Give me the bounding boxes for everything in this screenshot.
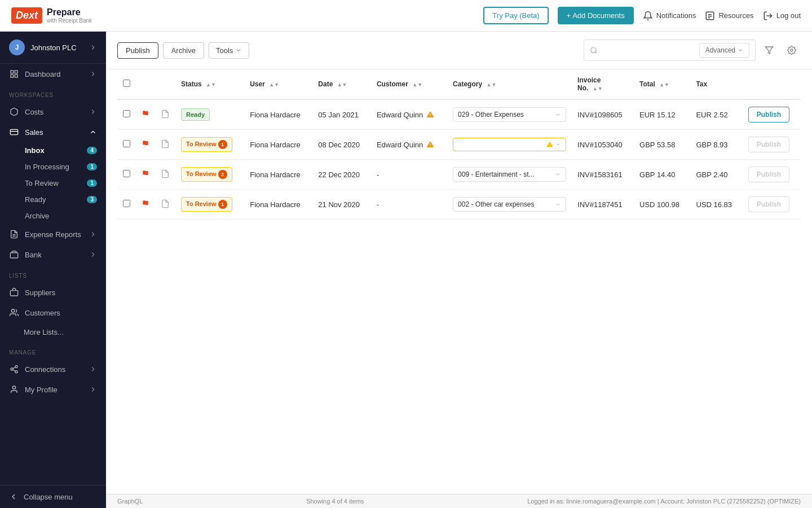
table-header: Status ▲▼ User ▲▼ Date ▲▼ Customer ▲▼ Ca… xyxy=(117,69,801,99)
receipt-icon[interactable] xyxy=(161,199,170,208)
sidebar-sub-inbox[interactable]: Inbox 4 xyxy=(25,142,106,159)
flag-icon[interactable] xyxy=(142,200,149,208)
sidebar-item-my-profile[interactable]: My Profile xyxy=(0,379,106,400)
invoice-sort[interactable]: ▲▼ xyxy=(593,86,603,91)
collapse-icon xyxy=(9,492,18,501)
logout-button[interactable]: Log out xyxy=(763,11,801,21)
svg-line-19 xyxy=(13,370,16,371)
settings-button[interactable] xyxy=(783,41,801,59)
total-sort[interactable]: ▲▼ xyxy=(659,82,669,87)
row-checkbox[interactable] xyxy=(123,200,130,207)
sidebar-item-customers[interactable]: Customers xyxy=(0,303,106,323)
category-value: 029 - Other Expenses xyxy=(458,111,524,119)
sidebar-sub-ready[interactable]: Ready 3 xyxy=(25,191,106,208)
row-tax-cell: USD 16.83 xyxy=(690,190,742,220)
prepare-text: Prepare with Receipt Bank xyxy=(47,7,92,24)
try-pay-button[interactable]: Try Pay (Beta) xyxy=(483,7,548,24)
svg-line-23 xyxy=(595,52,597,54)
category-sort[interactable]: ▲▼ xyxy=(486,82,496,87)
status-badge: Ready xyxy=(181,108,210,121)
row-flag-cell xyxy=(136,99,155,130)
search-input[interactable] xyxy=(601,46,696,55)
row-checkbox[interactable] xyxy=(123,140,130,147)
sidebar-sub-in-processing[interactable]: In Processing 1 xyxy=(25,159,106,175)
status-badge: To Review1 xyxy=(181,197,232,212)
archive-label: Archive xyxy=(25,212,97,220)
tools-toolbar-button[interactable]: Tools xyxy=(209,42,249,59)
collapse-menu-button[interactable]: Collapse menu xyxy=(0,485,106,508)
flag-icon[interactable] xyxy=(142,170,149,178)
flag-icon[interactable] xyxy=(142,110,149,118)
img-header xyxy=(155,69,175,99)
publish-button-disabled: Publish xyxy=(748,137,789,152)
svg-rect-6 xyxy=(15,71,17,73)
inbox-badge: 4 xyxy=(87,147,97,154)
add-documents-button[interactable]: + Add Documents xyxy=(558,7,634,24)
date-sort[interactable]: ▲▼ xyxy=(337,82,347,87)
svg-rect-8 xyxy=(15,75,17,77)
sidebar-item-expense-reports[interactable]: Expense Reports xyxy=(0,224,106,244)
category-select[interactable] xyxy=(453,138,566,151)
chevron-right-icon xyxy=(89,43,97,51)
row-date-cell: 08 Dec 2020 xyxy=(312,130,371,160)
svg-rect-14 xyxy=(10,291,17,296)
suppliers-icon xyxy=(9,287,19,297)
category-select[interactable]: 029 - Other Expenses xyxy=(453,107,566,122)
category-value: 009 - Entertainment - st... xyxy=(458,170,534,178)
customer-warn-icon xyxy=(426,141,434,148)
svg-point-15 xyxy=(11,309,14,312)
category-chevron-icon xyxy=(555,202,561,207)
sidebar-item-bank[interactable]: Bank xyxy=(0,244,106,265)
sidebar-item-dashboard[interactable]: Dashboard xyxy=(0,64,106,84)
filter-button[interactable] xyxy=(760,41,778,59)
receipt-icon[interactable] xyxy=(161,169,170,178)
connections-label: Connections xyxy=(25,365,83,374)
sidebar-item-suppliers[interactable]: Suppliers xyxy=(0,282,106,303)
status-sort[interactable]: ▲▼ xyxy=(206,82,216,87)
svg-point-22 xyxy=(590,47,595,52)
row-checkbox[interactable] xyxy=(123,170,130,177)
row-publish-cell: Publish xyxy=(743,160,801,190)
publish-button[interactable]: Publish xyxy=(748,107,789,122)
select-all-checkbox[interactable] xyxy=(123,80,130,87)
advanced-search-button[interactable]: Advanced xyxy=(699,43,749,58)
sidebar-item-more-lists[interactable]: More Lists... xyxy=(0,323,106,341)
notifications-button[interactable]: Notifications xyxy=(643,11,696,21)
row-tax-cell: GBP 8.93 xyxy=(690,130,742,160)
row-customer-cell: Edward Quinn xyxy=(371,99,447,130)
bell-icon xyxy=(643,11,653,21)
row-date-cell: 21 Nov 2020 xyxy=(312,190,371,220)
row-date-cell: 22 Dec 2020 xyxy=(312,160,371,190)
archive-toolbar-button[interactable]: Archive xyxy=(163,42,204,59)
org-switcher[interactable]: J Johnston PLC xyxy=(0,32,106,64)
sidebar-item-sales[interactable]: Sales xyxy=(0,122,106,142)
row-receipt-cell xyxy=(155,130,175,160)
sidebar-item-costs[interactable]: Costs xyxy=(0,102,106,122)
row-tax-cell: EUR 2.52 xyxy=(690,99,742,130)
receipt-icon[interactable] xyxy=(161,139,170,148)
row-invoice-cell: INV#1098605 xyxy=(572,99,634,130)
receipt-icon[interactable] xyxy=(161,110,170,119)
row-total-cell: GBP 14.40 xyxy=(634,160,690,190)
category-select[interactable]: 002 - Other car expenses xyxy=(453,197,566,212)
table-row: To Review1 Fiona Hardacre08 Dec 2020 Edw… xyxy=(117,130,801,160)
customer-sort[interactable]: ▲▼ xyxy=(412,82,422,87)
category-select[interactable]: 009 - Entertainment - st... xyxy=(453,167,566,182)
customer-cell: Edward Quinn xyxy=(377,111,442,119)
invoice-value: INV#1187451 xyxy=(577,200,623,209)
publish-toolbar-button[interactable]: Publish xyxy=(117,42,158,59)
sidebar-sub-archive[interactable]: Archive xyxy=(25,208,106,224)
user-sort[interactable]: ▲▼ xyxy=(269,82,279,87)
category-header: Category ▲▼ xyxy=(447,69,572,99)
resources-button[interactable]: Resources xyxy=(705,11,753,21)
row-checkbox[interactable] xyxy=(123,110,130,117)
flag-icon[interactable] xyxy=(142,140,149,148)
advanced-chevron-icon xyxy=(738,47,743,53)
sidebar-sub-to-review[interactable]: To Review 1 xyxy=(25,175,106,191)
to-review-badge: 1 xyxy=(87,179,97,187)
sidebar-item-connections[interactable]: Connections xyxy=(0,359,106,379)
collapse-label: Collapse menu xyxy=(24,493,73,501)
prepare-title: Prepare xyxy=(47,7,92,17)
row-checkbox-cell xyxy=(117,130,136,160)
table-body: Ready Fiona Hardacre05 Jan 2021 Edward Q… xyxy=(117,99,801,220)
